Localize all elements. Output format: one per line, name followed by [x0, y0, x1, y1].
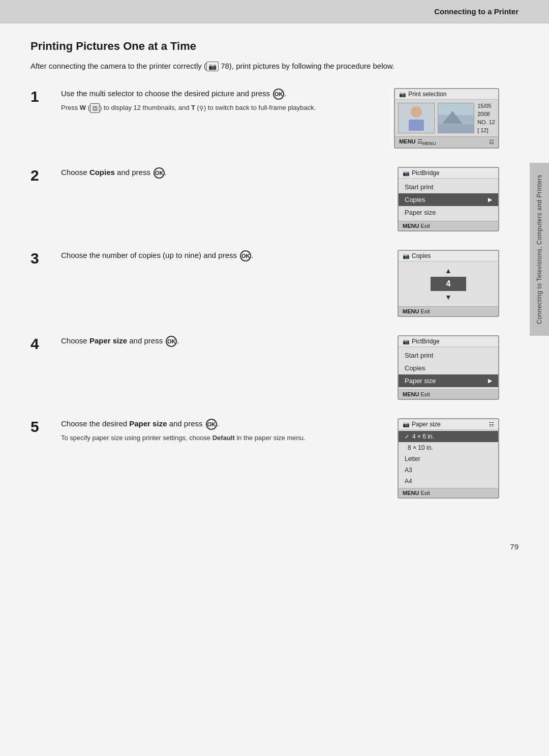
paper-screen: ✓ 4 × 6 in. 8 × 10 in. Letter A3	[399, 430, 498, 488]
pap-label-1: 4 × 6 in.	[412, 433, 434, 440]
pb-copies-2: Copies ▶	[399, 193, 498, 206]
pb-body-2: Start print Copies ▶ Paper size	[399, 179, 498, 221]
screen-title-bar-2: 📷 PictBridge	[399, 168, 498, 179]
step-2-content: Choose Copies and press OK.	[61, 167, 385, 182]
water	[438, 124, 474, 133]
screen-title-bar-5: 📷 Paper size ☷	[399, 419, 498, 430]
step-5-row: 5 Choose the desired Paper size and pres…	[30, 418, 499, 499]
camera-icon-3: 📷	[403, 253, 410, 259]
print-selection-body: 15/05 2008 NO. 12 [ 12]	[395, 100, 498, 136]
pap-item-5: A4	[399, 476, 498, 487]
step-5-content: Choose the desired Paper size and press …	[61, 418, 385, 443]
pap-item-2: 8 × 10 in.	[399, 442, 498, 453]
page-title: Printing Pictures One at a Time	[30, 40, 499, 53]
paper-size-label-2: Paper size	[405, 209, 436, 216]
step-1-sub: Press W (◫) to display 12 thumbnails, an…	[61, 103, 382, 113]
menu-label-1: MENU ☲MENU	[399, 138, 436, 146]
screen-title-bar-3: 📷 Copies	[399, 251, 498, 261]
screen-title-1: Print selection	[408, 91, 446, 98]
ps-image-area: 15/05 2008 NO. 12 [ 12]	[395, 100, 498, 136]
camera-icon-4: 📷	[403, 338, 410, 345]
page: Connecting to a Printer Connecting to Te…	[0, 0, 549, 756]
menu-exit-4: MENU Exit	[403, 391, 430, 397]
ps-count: [ 12]	[477, 127, 495, 133]
cop-body: ▲ 4 ▼	[399, 261, 498, 306]
step-5-number: 5	[30, 418, 49, 435]
screen-pictbridge-4: 📷 PictBridge Start print Copies Paper si…	[398, 335, 499, 400]
header-title: Connecting to a Printer	[434, 7, 518, 16]
pap-check-1: ✓	[405, 433, 409, 440]
ok-button-icon-5: OK	[206, 419, 217, 430]
page-number: 79	[0, 537, 549, 561]
w-key-icon: ◫	[90, 103, 100, 113]
screen-footer-4: MENU Exit	[399, 389, 498, 399]
screen-footer-3: MENU Exit	[399, 306, 498, 316]
step-4-number: 4	[30, 335, 49, 352]
ps-date1: 15/05	[477, 103, 495, 109]
ok-button-icon-2: OK	[154, 167, 165, 179]
step-4-row: 4 Choose Paper size and press OK. 📷 Pict…	[30, 335, 499, 400]
pap-item-4: A3	[399, 464, 498, 476]
step-2-number: 2	[30, 167, 49, 184]
screen-copies: 📷 Copies ▲ 4 ▼ MENU Exit	[398, 250, 499, 317]
pap-label-3: Letter	[405, 455, 420, 462]
screen-icon-1: ☷	[489, 139, 494, 146]
step-1-content: Use the multi selector to choose the des…	[61, 88, 382, 113]
step-5-sub: To specify paper size using printer sett…	[61, 433, 385, 443]
cop-down-arrow: ▼	[445, 293, 452, 301]
step-4-content: Choose Paper size and press OK.	[61, 335, 385, 350]
copies-arrow-2: ▶	[488, 196, 492, 203]
pap-body: ✓ 4 × 6 in. 8 × 10 in. Letter A3	[399, 430, 498, 488]
screen-footer-5: MENU Exit	[399, 488, 498, 498]
cop-number: 4	[431, 277, 466, 291]
screen-footer-2: MENU Exit	[399, 221, 498, 230]
step-2-row: 2 Choose Copies and press OK. 📷 PictBrid…	[30, 167, 499, 231]
pb-start-print-4: Start print	[399, 349, 498, 362]
step-1-main: Use the multi selector to choose the des…	[61, 88, 382, 100]
screen-title-4: PictBridge	[412, 338, 440, 345]
pb-paper-size-4: Paper size ▶	[399, 374, 498, 387]
pb-copies-4: Copies	[399, 362, 498, 374]
cop-up-arrow: ▲	[445, 267, 452, 275]
menu-exit-5: MENU Exit	[403, 490, 430, 496]
menu-exit-2: MENU Exit	[403, 223, 430, 229]
screen-pictbridge-2: 📷 PictBridge Start print Copies ▶ Paper	[398, 167, 499, 231]
pb-body-4: Start print Copies Paper size ▶	[399, 347, 498, 389]
screen-title-bar-4: 📷 PictBridge	[399, 336, 498, 347]
screen-title-bar-1: 📷 Print selection	[395, 89, 498, 100]
pap-item-3: Letter	[399, 453, 498, 464]
pap-item-1: ✓ 4 × 6 in.	[399, 431, 498, 442]
ok-button-icon-3: OK	[240, 250, 251, 261]
person-head	[411, 106, 422, 118]
screen-title-2: PictBridge	[412, 169, 440, 177]
screen-footer-1: MENU ☲MENU ☷	[395, 136, 498, 148]
step-3-number: 3	[30, 250, 49, 267]
step-1-row: 1 Use the multi selector to choose the d…	[30, 88, 499, 149]
side-tab-text: Connecting to Televisions, Computers and…	[536, 175, 543, 324]
ps-thumb-person	[398, 103, 435, 133]
pap-label-5: A4	[405, 478, 412, 485]
camera-icon-5: 📷	[403, 421, 410, 428]
ps-thumb-landscape	[438, 103, 474, 133]
side-tab: Connecting to Televisions, Computers and…	[530, 163, 549, 336]
copies-screen: ▲ 4 ▼	[399, 261, 498, 306]
person-body	[409, 120, 424, 131]
ps-date2: 2008	[477, 111, 495, 117]
ok-button-icon-1: OK	[273, 89, 284, 100]
ok-button-icon-4: OK	[166, 336, 177, 347]
screen-title-5: Paper size	[412, 421, 441, 428]
paper-size-arrow-4: ▶	[488, 377, 492, 384]
mountain	[442, 111, 463, 124]
pictbridge-screen-2: Start print Copies ▶ Paper size	[399, 179, 498, 221]
paper-size-label-4: Paper size	[405, 377, 436, 385]
main-content: Printing Pictures One at a Time After co…	[0, 23, 530, 537]
step-3-row: 3 Choose the number of copies (up to nin…	[30, 250, 499, 317]
ps-info: 15/05 2008 NO. 12 [ 12]	[477, 103, 495, 133]
pictbridge-screen-4: Start print Copies Paper size ▶	[399, 347, 498, 389]
step-2-main: Choose Copies and press OK.	[61, 167, 385, 179]
camera-icon-1: 📷	[399, 91, 406, 98]
camera-icon-2: 📷	[403, 170, 410, 177]
step-1-number: 1	[30, 88, 49, 105]
copies-label-2: Copies	[405, 196, 425, 203]
copies-label-4: Copies	[405, 364, 425, 372]
